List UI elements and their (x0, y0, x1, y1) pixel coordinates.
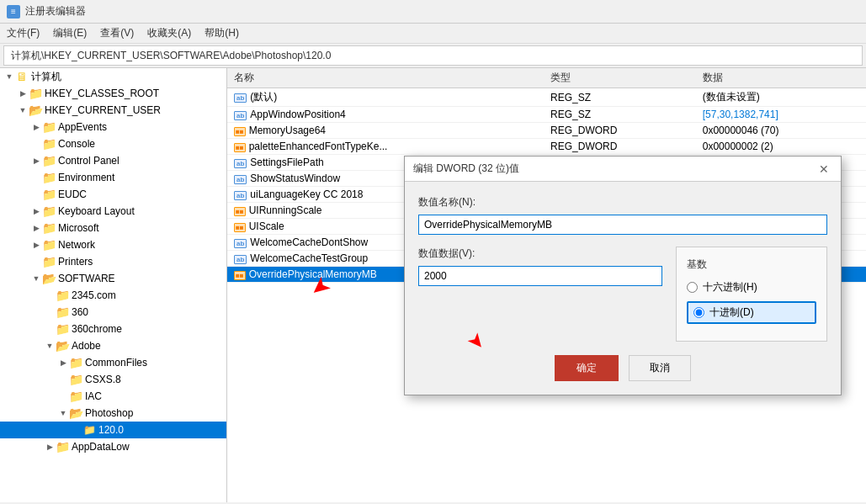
registry-name-cell: ■■MemoryUsage64 (227, 123, 544, 139)
folder-icon-appdatalow: 📁 (56, 441, 69, 453)
tree-item-adobe[interactable]: ▼ 📂 Adobe (0, 337, 226, 354)
col-header-name: 名称 (227, 68, 544, 88)
registry-data-cell: [57,30,1382,741] (696, 107, 866, 123)
tree-item-2345com[interactable]: 📁 2345.com (0, 287, 226, 304)
tree-item-control-panel[interactable]: ▶ 📁 Control Panel (0, 152, 226, 169)
folder-icon-csxs8: 📁 (69, 374, 82, 385)
dialog-name-input[interactable] (418, 215, 827, 235)
breadcrumb[interactable]: 计算机\HKEY_CURRENT_USER\SOFTWARE\Adobe\Pho… (3, 45, 863, 66)
tree-item-printers[interactable]: 📁 Printers (0, 253, 226, 270)
folder-icon-console: 📁 (42, 138, 56, 150)
tree-item-eudc[interactable]: 📁 EUDC (0, 186, 226, 203)
arrow-adobe: ▼ (44, 340, 56, 352)
folder-icon-printers: 📁 (42, 256, 56, 268)
tree-item-120[interactable]: 📁 120.0 (0, 422, 226, 438)
tree-item-csxs8[interactable]: 📁 CSXS.8 (0, 371, 226, 388)
radio-hex-label: 十六进制(H) (703, 280, 757, 294)
arrow-software: ▼ (30, 273, 42, 284)
arrow-360chrome (44, 323, 56, 335)
arrow-iac (57, 390, 69, 402)
table-row[interactable]: ■■MemoryUsage64REG_DWORD0x00000046 (70) (227, 123, 866, 139)
dialog-name-label: 数值名称(N): (418, 195, 827, 210)
tree-item-keyboard-layout[interactable]: ▶ 📁 Keyboard Layout (0, 203, 226, 220)
tree-item-console[interactable]: 📁 Console (0, 135, 226, 152)
tree-item-microsoft[interactable]: ▶ 📁 Microsoft (0, 220, 226, 236)
folder-icon-2345com: 📁 (56, 289, 69, 301)
tree-label-environment: Environment (58, 172, 114, 183)
menu-favorites[interactable]: 收藏夹(A) (147, 26, 191, 40)
arrow-microsoft: ▶ (30, 222, 42, 234)
folder-icon-120: 📁 (82, 424, 96, 436)
tree-item-commonfiles[interactable]: ▶ 📁 CommonFiles (0, 354, 226, 371)
tree-item-iac[interactable]: 📁 IAC (0, 388, 226, 405)
tree-item-360chrome[interactable]: 📁 360chrome (0, 321, 226, 337)
folder-icon-adobe: 📂 (56, 340, 69, 352)
tree-label-computer: 计算机 (31, 70, 61, 84)
title-bar: ≡ 注册表编辑器 (0, 0, 866, 24)
tree-label-hkcr: HKEY_CLASSES_ROOT (45, 88, 159, 99)
dialog-cancel-button[interactable]: 取消 (629, 355, 691, 381)
registry-name-cell: abAppWindowPosition4 (227, 107, 544, 123)
dialog-data-input[interactable] (418, 266, 662, 286)
dialog-ok-button[interactable]: 确定 (555, 355, 619, 381)
tree-item-software[interactable]: ▼ 📂 SOFTWARE (0, 270, 226, 287)
tree-item-network[interactable]: ▶ 📁 Network (0, 236, 226, 253)
tree-item-photoshop[interactable]: ▼ 📂 Photoshop (0, 405, 226, 422)
arrow-environment (30, 172, 42, 183)
tree-label-120: 120.0 (98, 424, 124, 436)
registry-data-cell: 0x00000002 (2) (696, 139, 866, 155)
table-row[interactable]: ab(默认)REG_SZ(数值未设置) (227, 88, 866, 107)
folder-icon-360chrome: 📁 (56, 323, 69, 335)
radio-dec-item[interactable]: 十进制(D) (687, 301, 816, 324)
radio-hex[interactable] (687, 282, 698, 293)
tree-label-360: 360 (72, 306, 88, 318)
tree-label-photoshop: Photoshop (85, 407, 133, 419)
tree-label-control-panel: Control Panel (58, 155, 120, 167)
folder-icon-photoshop: 📂 (69, 407, 82, 419)
menu-help[interactable]: 帮助(H) (205, 26, 239, 40)
dialog-data-col: 数值数据(V): (418, 247, 662, 342)
folder-icon-computer: 🖥 (15, 71, 29, 82)
tree-item-computer[interactable]: ▼ 🖥 计算机 (0, 68, 226, 85)
edit-dword-dialog[interactable]: 编辑 DWORD (32 位)值 ✕ 数值名称(N): 数值数据(V): 基数 … (404, 156, 842, 395)
arrow-360 (44, 306, 56, 318)
tree-item-appdatalow[interactable]: ▶ 📁 AppDataLow (0, 438, 226, 455)
arrow-120 (71, 424, 82, 436)
registry-type-cell: REG_SZ (544, 88, 696, 107)
arrow-appevents: ▶ (30, 121, 42, 133)
table-row[interactable]: abAppWindowPosition4REG_SZ[57,30,1382,74… (227, 107, 866, 123)
registry-type-cell: REG_SZ (544, 107, 696, 123)
dialog-title-bar: 编辑 DWORD (32 位)值 ✕ (405, 157, 841, 182)
dialog-close-button[interactable]: ✕ (816, 161, 832, 178)
menu-file[interactable]: 文件(F) (7, 26, 40, 40)
dialog-data-label: 数值数据(V): (418, 247, 662, 261)
folder-icon-keyboard-layout: 📁 (42, 205, 56, 217)
registry-name-cell: ab(默认) (227, 88, 544, 107)
menu-view[interactable]: 查看(V) (100, 26, 134, 40)
folder-icon-environment: 📁 (42, 172, 56, 183)
tree-label-console: Console (58, 138, 95, 150)
tree-label-hkcu: HKEY_CURRENT_USER (45, 104, 161, 116)
tree-item-environment[interactable]: 📁 Environment (0, 169, 226, 186)
tree-label-microsoft: Microsoft (58, 222, 99, 234)
arrow-eudc (30, 188, 42, 200)
registry-type-cell: REG_DWORD (544, 123, 696, 139)
arrow-commonfiles: ▶ (57, 357, 69, 369)
tree-item-appevents[interactable]: ▶ 📁 AppEvents (0, 119, 226, 135)
tree-label-software: SOFTWARE (58, 273, 115, 284)
tree-item-hkey-current-user[interactable]: ▼ 📂 HKEY_CURRENT_USER (0, 102, 226, 119)
radio-hex-item[interactable]: 十六进制(H) (687, 280, 816, 294)
table-row[interactable]: ■■paletteEnhancedFontTypeKe...REG_DWORD0… (227, 139, 866, 155)
col-header-data: 数据 (696, 68, 866, 88)
folder-icon-commonfiles: 📁 (69, 357, 82, 369)
dialog-buttons: 确定 取消 (418, 355, 827, 381)
tree-item-360[interactable]: 📁 360 (0, 304, 226, 321)
app-title: 注册表编辑器 (25, 4, 86, 19)
tree-label-commonfiles: CommonFiles (85, 357, 147, 369)
radio-dec[interactable] (693, 307, 704, 318)
tree-label-printers: Printers (58, 256, 93, 268)
menu-edit[interactable]: 编辑(E) (53, 26, 87, 40)
registry-type-cell: REG_DWORD (544, 139, 696, 155)
tree-item-hkey-classes-root[interactable]: ▶ 📁 HKEY_CLASSES_ROOT (0, 85, 226, 102)
radio-dec-label: 十进制(D) (709, 305, 754, 320)
